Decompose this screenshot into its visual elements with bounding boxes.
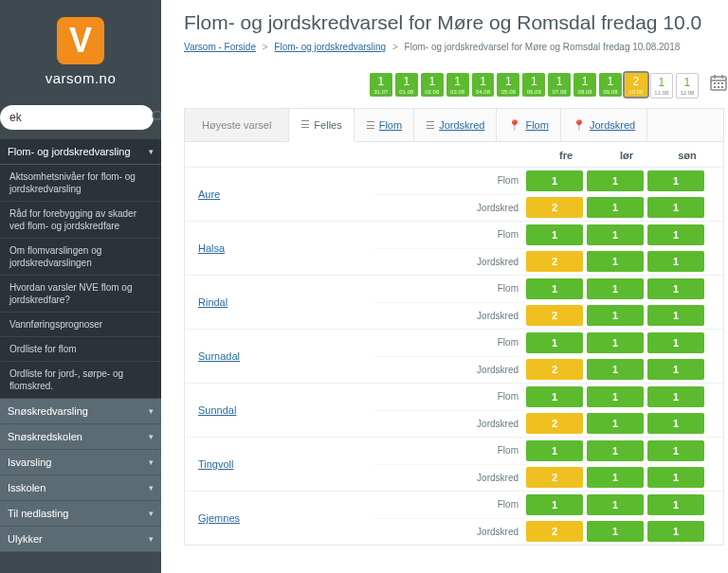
warning-cell[interactable]: 1 bbox=[647, 170, 704, 191]
nav-head-label: Til nedlasting bbox=[8, 508, 68, 519]
nav-head[interactable]: Til nedlasting▾ bbox=[0, 501, 161, 527]
warning-cell[interactable]: 1 bbox=[647, 305, 704, 326]
warning-cell[interactable]: 1 bbox=[587, 413, 644, 434]
sidebar-subitem[interactable]: Hvordan varsler NVE flom og jordskredfar… bbox=[0, 276, 161, 313]
warning-cell[interactable]: 2 bbox=[526, 197, 583, 218]
tab-jordskred-list[interactable]: ☰ Jordskred bbox=[414, 109, 497, 141]
warning-cell[interactable]: 1 bbox=[647, 278, 704, 299]
warning-cell[interactable]: 1 bbox=[587, 224, 644, 245]
date-box[interactable]: 109.08 bbox=[599, 73, 622, 97]
nav-head[interactable]: Isskolen▾ bbox=[0, 475, 161, 501]
warning-cell[interactable]: 1 bbox=[647, 467, 704, 488]
date-label: 08.08 bbox=[573, 88, 596, 96]
search-input[interactable] bbox=[9, 111, 152, 124]
warning-cell[interactable]: 1 bbox=[587, 521, 644, 542]
warning-cell[interactable]: 1 bbox=[647, 494, 704, 515]
warning-cell[interactable]: 1 bbox=[647, 197, 704, 218]
date-box[interactable]: 101.08 bbox=[395, 73, 418, 97]
municipality-link[interactable]: Surnadal bbox=[198, 350, 240, 362]
tab-link[interactable]: Jordskred bbox=[590, 119, 635, 131]
warning-cell[interactable]: 1 bbox=[587, 440, 644, 461]
municipality-link[interactable]: Tingvoll bbox=[198, 458, 234, 470]
municipality-link[interactable]: Sunndal bbox=[198, 404, 236, 416]
date-box[interactable]: 107.08 bbox=[548, 73, 571, 97]
tab-link[interactable]: Jordskred bbox=[439, 119, 484, 131]
warning-cell[interactable]: 1 bbox=[647, 440, 704, 461]
nav-head[interactable]: Isvarsling▾ bbox=[0, 450, 161, 475]
warning-cell[interactable]: 1 bbox=[647, 251, 704, 272]
tab-felles[interactable]: ☰ Felles bbox=[289, 109, 354, 142]
warning-cell[interactable]: 1 bbox=[587, 386, 644, 407]
warning-cell[interactable]: 2 bbox=[526, 413, 583, 434]
date-box[interactable]: 106.08 bbox=[522, 73, 545, 97]
page-title: Flom- og jordskredvarsel for Møre og Rom… bbox=[184, 11, 728, 34]
warning-cell[interactable]: 1 bbox=[526, 440, 583, 461]
warning-cell[interactable]: 1 bbox=[647, 332, 704, 353]
type-label-jordskred: Jordskred bbox=[374, 357, 526, 384]
warning-cell[interactable]: 2 bbox=[526, 359, 583, 380]
date-box[interactable]: 102.08 bbox=[421, 73, 444, 97]
warning-cell[interactable]: 1 bbox=[526, 332, 583, 353]
warning-cell[interactable]: 1 bbox=[587, 494, 644, 515]
warning-cell[interactable]: 1 bbox=[526, 494, 583, 515]
warning-cell[interactable]: 1 bbox=[587, 251, 644, 272]
sidebar-subitem[interactable]: Vannføringsprognoser bbox=[0, 313, 161, 337]
day-header: fre bbox=[537, 150, 594, 161]
list-icon: ☰ bbox=[300, 118, 310, 131]
warning-cell[interactable]: 2 bbox=[526, 467, 583, 488]
date-box[interactable]: 108.08 bbox=[573, 73, 596, 97]
municipality-link[interactable]: Gjemnes bbox=[198, 512, 240, 524]
date-box[interactable]: 111.08 bbox=[650, 73, 673, 98]
warning-cell[interactable]: 1 bbox=[526, 278, 583, 299]
nav-head-flom-jordskred[interactable]: Flom- og jordskredvarsling ▾ bbox=[0, 139, 161, 165]
tab-flom-map[interactable]: 📍 Flom bbox=[497, 109, 560, 141]
warning-cell[interactable]: 1 bbox=[587, 359, 644, 380]
nav-head[interactable]: Snøskredskolen▾ bbox=[0, 424, 161, 450]
sidebar-subitem[interactable]: Råd for forebygging av skader ved flom- … bbox=[0, 202, 161, 239]
nav-head[interactable]: Snøskredvarsling▾ bbox=[0, 399, 161, 424]
sidebar-subitem[interactable]: Om flomvarslingen og jordskredvarslingen bbox=[0, 239, 161, 276]
calendar-icon[interactable] bbox=[709, 73, 728, 97]
date-box[interactable]: 104.08 bbox=[472, 73, 495, 97]
warning-cell[interactable]: 1 bbox=[526, 386, 583, 407]
breadcrumb-current: Flom- og jordskredvarsel for Møre og Rom… bbox=[405, 42, 681, 52]
warning-cell[interactable]: 1 bbox=[587, 278, 644, 299]
warning-cell[interactable]: 1 bbox=[647, 386, 704, 407]
tab-flom-list[interactable]: ☰ Flom bbox=[355, 109, 414, 141]
logo[interactable]: V varsom.no bbox=[0, 0, 161, 92]
breadcrumb-link-home[interactable]: Varsom - Forside bbox=[184, 42, 256, 52]
sidebar-subitem[interactable]: Ordliste for jord-, sørpe- og flomskred. bbox=[0, 362, 161, 399]
warning-cell[interactable]: 1 bbox=[587, 170, 644, 191]
nav-head-label: Snøskredvarsling bbox=[8, 405, 88, 417]
municipality-link[interactable]: Aure bbox=[198, 188, 220, 200]
tab-link[interactable]: Flom bbox=[379, 119, 402, 131]
warning-cell[interactable]: 1 bbox=[587, 467, 644, 488]
tab-link[interactable]: Flom bbox=[525, 119, 548, 131]
warning-cell[interactable]: 1 bbox=[587, 332, 644, 353]
date-box[interactable]: 131.07 bbox=[370, 73, 392, 97]
tab-jordskred-map[interactable]: 📍 Jordskred bbox=[561, 109, 647, 141]
municipality-link[interactable]: Rindal bbox=[198, 296, 228, 308]
sidebar-subitem[interactable]: Ordliste for flom bbox=[0, 337, 161, 362]
date-box[interactable]: 105.08 bbox=[497, 73, 519, 97]
warning-cell[interactable]: 1 bbox=[526, 224, 583, 245]
warning-cell[interactable]: 1 bbox=[526, 170, 583, 191]
type-label-flom: Flom bbox=[374, 276, 526, 303]
warning-cell[interactable]: 2 bbox=[526, 521, 583, 542]
warning-cell[interactable]: 1 bbox=[647, 224, 704, 245]
warning-cell[interactable]: 1 bbox=[587, 305, 644, 326]
date-box[interactable]: 210.08 bbox=[625, 73, 647, 97]
nav-group-active: Flom- og jordskredvarsling ▾ Aktsomhetsn… bbox=[0, 139, 161, 399]
warning-cell[interactable]: 1 bbox=[647, 521, 704, 542]
warning-cell[interactable]: 2 bbox=[526, 305, 583, 326]
warning-cell[interactable]: 1 bbox=[647, 413, 704, 434]
date-box[interactable]: 112.08 bbox=[676, 73, 699, 98]
municipality-link[interactable]: Halsa bbox=[198, 242, 225, 254]
date-box[interactable]: 103.08 bbox=[446, 73, 469, 97]
warning-cell[interactable]: 1 bbox=[647, 359, 704, 380]
warning-cell[interactable]: 2 bbox=[526, 251, 583, 272]
breadcrumb-link-section[interactable]: Flom- og jordskredvarsling bbox=[274, 42, 386, 52]
sidebar-subitem[interactable]: Aktsomhetsnivåer for flom- og jordskredv… bbox=[0, 165, 161, 202]
warning-cell[interactable]: 1 bbox=[587, 197, 644, 218]
nav-head[interactable]: Ulykker▾ bbox=[0, 527, 161, 552]
